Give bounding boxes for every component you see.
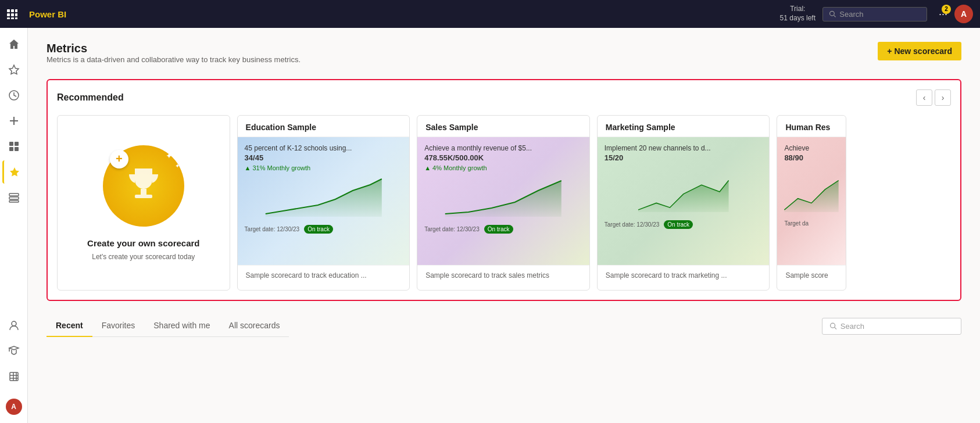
svg-rect-29 bbox=[135, 195, 152, 198]
sales-growth-badge: ▲ 4% Monthly growth bbox=[424, 164, 582, 171]
svg-rect-28 bbox=[141, 189, 146, 195]
sales-chart bbox=[424, 176, 582, 223]
svg-rect-17 bbox=[9, 147, 13, 151]
marketing-metric-value: 15/20 bbox=[605, 153, 763, 162]
tab-all-scorecards[interactable]: All scorecards bbox=[220, 315, 289, 337]
education-card-footer: Sample scorecard to track education ... bbox=[238, 265, 410, 285]
svg-rect-1 bbox=[11, 9, 14, 12]
sparkle-2: ✦ bbox=[175, 163, 180, 169]
sidebar-item-recent[interactable] bbox=[2, 84, 26, 107]
sales-target-date: Target date: 12/30/23 bbox=[424, 226, 480, 232]
marketing-target-date: Target date: 12/30/23 bbox=[605, 221, 660, 228]
trophy-illustration: + ✦ ✦ bbox=[103, 145, 184, 227]
global-search-input[interactable] bbox=[839, 10, 921, 19]
hr-metric-value: 88/90 bbox=[784, 153, 839, 162]
create-card-title: Create your own scorecard bbox=[87, 238, 199, 248]
svg-marker-33 bbox=[785, 181, 839, 212]
svg-rect-18 bbox=[15, 147, 19, 151]
recommended-title: Recommended bbox=[57, 92, 124, 103]
education-metric-text: 45 percent of K-12 schools using... bbox=[245, 144, 403, 152]
tab-shared-with-me[interactable]: Shared with me bbox=[144, 315, 219, 337]
education-chart-svg bbox=[245, 176, 403, 217]
svg-marker-32 bbox=[638, 181, 729, 212]
bottom-search-input[interactable] bbox=[840, 322, 954, 331]
carousel-next-button[interactable]: › bbox=[935, 89, 951, 106]
education-sample-card[interactable]: Education Sample 45 percent of K-12 scho… bbox=[237, 115, 410, 291]
main-content: Metrics Metrics is a data-driven and col… bbox=[28, 28, 980, 423]
sidebar-item-workspaces[interactable] bbox=[2, 186, 26, 209]
hr-sample-card[interactable]: Human Res Achieve 88/90 bbox=[777, 115, 846, 291]
svg-point-9 bbox=[830, 11, 835, 16]
sales-card-background: Achieve a monthly revenue of $5... 478.5… bbox=[417, 137, 589, 265]
sidebar-item-data[interactable] bbox=[2, 365, 26, 388]
svg-point-22 bbox=[12, 321, 16, 326]
sidebar-item-learn[interactable] bbox=[2, 339, 26, 363]
notification-badge: 2 bbox=[942, 5, 951, 14]
recommended-header: Recommended ‹ › bbox=[57, 89, 951, 106]
sales-on-track-badge: On track bbox=[484, 225, 513, 234]
marketing-on-track-badge: On track bbox=[664, 220, 693, 229]
growth-up-icon: ▲ bbox=[245, 164, 251, 171]
user-avatar[interactable]: A bbox=[954, 5, 973, 23]
education-card-body: 45 percent of K-12 schools using... 34/4… bbox=[238, 137, 410, 265]
page-subtitle: Metrics is a data-driven and collaborati… bbox=[47, 55, 301, 64]
top-navigation: Power BI Trial: 51 days left ··· 2 A bbox=[0, 0, 980, 28]
hr-chart bbox=[784, 171, 839, 218]
sales-card-title: Sales Sample bbox=[417, 116, 589, 137]
marketing-card-footer: Sample scorecard to track marketing ... bbox=[598, 265, 770, 285]
education-metric-value: 34/45 bbox=[245, 153, 403, 162]
marketing-chart-svg bbox=[605, 171, 763, 212]
sidebar-item-apps[interactable] bbox=[2, 135, 26, 158]
hr-chart-svg bbox=[784, 171, 839, 212]
sidebar-item-people[interactable] bbox=[2, 314, 26, 337]
page-header: Metrics Metrics is a data-driven and col… bbox=[47, 42, 961, 76]
hr-card-title: Human Res bbox=[777, 116, 846, 137]
svg-rect-8 bbox=[15, 17, 17, 19]
marketing-status-row: Target date: 12/30/23 On track bbox=[605, 220, 763, 229]
create-card-subtitle: Let's create your scorecard today bbox=[92, 253, 195, 261]
sales-sample-card[interactable]: Sales Sample Achieve a monthly revenue o… bbox=[417, 115, 590, 291]
svg-rect-0 bbox=[7, 9, 10, 12]
hr-card-background: Achieve 88/90 bbox=[777, 137, 846, 265]
svg-rect-4 bbox=[11, 13, 14, 16]
global-search-box[interactable] bbox=[822, 7, 927, 21]
carousel-navigation: ‹ › bbox=[916, 89, 951, 106]
plus-icon: + bbox=[110, 150, 128, 169]
svg-rect-21 bbox=[9, 200, 19, 202]
marketing-card-background: Implement 20 new channels to d... 15/20 bbox=[598, 137, 770, 265]
page-title: Metrics bbox=[47, 42, 301, 55]
svg-point-34 bbox=[831, 323, 835, 328]
svg-line-10 bbox=[834, 15, 835, 17]
svg-rect-6 bbox=[7, 17, 10, 19]
recommended-section: Recommended ‹ › + ✦ ✦ bbox=[47, 79, 961, 301]
sidebar-item-metrics[interactable] bbox=[2, 160, 26, 184]
svg-rect-5 bbox=[15, 13, 17, 16]
hr-card-footer: Sample score bbox=[777, 265, 846, 285]
hr-card-body: Achieve 88/90 bbox=[777, 137, 846, 265]
svg-line-35 bbox=[835, 327, 836, 329]
create-card-body: + ✦ ✦ Create your own scorecard Let's cr… bbox=[58, 116, 230, 290]
sales-growth-icon: ▲ bbox=[424, 164, 431, 171]
sidebar-item-favorites[interactable] bbox=[2, 58, 26, 81]
more-options-button[interactable]: ··· 2 bbox=[939, 8, 947, 20]
tab-favorites[interactable]: Favorites bbox=[92, 315, 145, 337]
bottom-search-box[interactable] bbox=[822, 318, 961, 335]
bottom-row: Recent Favorites Shared with me All scor… bbox=[47, 315, 961, 337]
carousel-prev-button[interactable]: ‹ bbox=[916, 89, 932, 106]
marketing-chart bbox=[605, 171, 763, 218]
sales-card-body: Achieve a monthly revenue of $5... 478.5… bbox=[417, 137, 589, 265]
sidebar-item-profile[interactable]: A bbox=[2, 395, 26, 418]
sales-metric-value: 478.55K/500.00K bbox=[424, 153, 582, 162]
education-chart bbox=[245, 176, 403, 223]
hr-status-row: Target da bbox=[784, 220, 839, 227]
grid-menu-icon[interactable] bbox=[7, 9, 17, 19]
trial-info: Trial: 51 days left bbox=[780, 5, 816, 23]
education-growth-badge: ▲ 31% Monthly growth bbox=[245, 164, 403, 171]
tab-recent[interactable]: Recent bbox=[47, 315, 92, 337]
new-scorecard-button[interactable]: + New scorecard bbox=[878, 42, 961, 60]
marketing-sample-card[interactable]: Marketing Sample Implement 20 new channe… bbox=[597, 115, 770, 291]
sidebar-item-home[interactable] bbox=[2, 33, 26, 56]
sidebar-item-create[interactable] bbox=[2, 109, 26, 132]
trophy-svg bbox=[120, 163, 167, 209]
create-scorecard-card[interactable]: + ✦ ✦ Create your own scorecard Let's cr… bbox=[57, 115, 230, 291]
